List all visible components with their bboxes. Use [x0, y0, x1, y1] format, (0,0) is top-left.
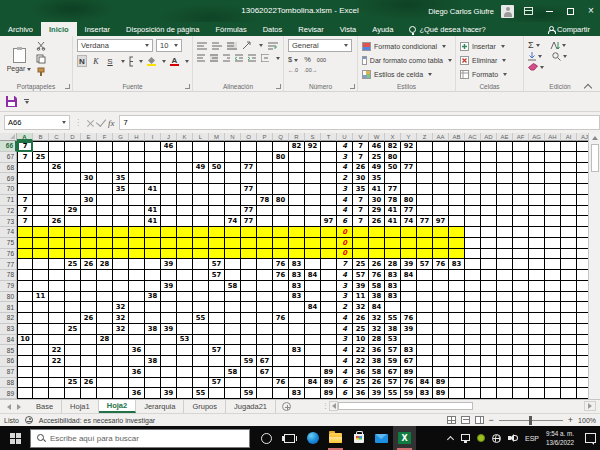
cell-D86[interactable] — [65, 356, 81, 367]
cell-Y85[interactable]: 83 — [401, 345, 417, 356]
autosum-button[interactable]: Σ — [528, 40, 540, 50]
cell-L81[interactable] — [193, 302, 209, 313]
cell-AB79[interactable] — [449, 281, 465, 292]
cell-P80[interactable] — [257, 292, 273, 303]
cell-I72[interactable]: 41 — [145, 206, 161, 217]
cell-N88[interactable] — [225, 378, 241, 389]
column-header-AF[interactable]: AF — [513, 133, 529, 141]
cell-C68[interactable]: 26 — [49, 163, 65, 174]
cell-B67[interactable]: 25 — [33, 152, 49, 163]
store-button[interactable] — [347, 426, 370, 450]
cell-K89[interactable] — [177, 388, 193, 399]
cell-AB84[interactable] — [449, 335, 465, 346]
cell-P86[interactable]: 67 — [257, 356, 273, 367]
cell-S76[interactable] — [305, 249, 321, 260]
cell-B73[interactable] — [33, 216, 49, 227]
column-header-AH[interactable]: AH — [545, 133, 561, 141]
cell-R81[interactable] — [289, 302, 305, 313]
cell-F66[interactable] — [97, 141, 113, 152]
cell-AD82[interactable] — [481, 313, 497, 324]
cell-I82[interactable] — [145, 313, 161, 324]
cell-T82[interactable] — [321, 313, 337, 324]
cell-T74[interactable] — [321, 227, 337, 238]
cell-Y74[interactable] — [401, 227, 417, 238]
cell-J88[interactable] — [161, 378, 177, 389]
cell-G85[interactable] — [113, 345, 129, 356]
cell-AE85[interactable] — [497, 345, 513, 356]
cell-J70[interactable] — [161, 184, 177, 195]
zoom-slider[interactable] — [499, 420, 563, 421]
cell-E78[interactable] — [81, 270, 97, 281]
cell-G74[interactable] — [113, 227, 129, 238]
cell-J80[interactable] — [161, 292, 177, 303]
cell-Q70[interactable] — [273, 184, 289, 195]
cell-T87[interactable]: 89 — [321, 367, 337, 378]
cell-A83[interactable] — [17, 324, 33, 335]
cell-P82[interactable] — [257, 313, 273, 324]
cell-AA86[interactable] — [433, 356, 449, 367]
cell-U80[interactable]: 3 — [337, 292, 353, 303]
close-button[interactable]: × — [584, 3, 598, 19]
cell-AE88[interactable] — [497, 378, 513, 389]
select-all-corner[interactable] — [0, 133, 17, 141]
cell-P88[interactable] — [257, 378, 273, 389]
cell-AF72[interactable] — [513, 206, 529, 217]
cell-V69[interactable]: 30 — [353, 173, 369, 184]
cell-W67[interactable]: 25 — [369, 152, 385, 163]
cell-AF83[interactable] — [513, 324, 529, 335]
increase-decimal-icon[interactable]: ←.0 — [288, 67, 298, 73]
cell-B84[interactable] — [33, 335, 49, 346]
cell-L82[interactable]: 55 — [193, 313, 209, 324]
cell-W84[interactable]: 28 — [369, 335, 385, 346]
cell-C76[interactable] — [49, 249, 65, 260]
decrease-decimal-icon[interactable]: .00→ — [304, 67, 317, 73]
cell-Y79[interactable] — [401, 281, 417, 292]
cell-H76[interactable] — [129, 249, 145, 260]
cell-AC70[interactable] — [465, 184, 481, 195]
cell-S67[interactable] — [305, 152, 321, 163]
orientation-icon[interactable] — [242, 41, 252, 50]
cell-Y78[interactable]: 84 — [401, 270, 417, 281]
cell-V82[interactable]: 26 — [353, 313, 369, 324]
cell-U81[interactable]: 2 — [337, 302, 353, 313]
cell-G68[interactable] — [113, 163, 129, 174]
formula-input[interactable]: 7 — [119, 115, 600, 130]
cell-AF85[interactable] — [513, 345, 529, 356]
normal-view-button[interactable] — [447, 416, 456, 424]
cell-A79[interactable] — [17, 281, 33, 292]
cell-AG66[interactable] — [529, 141, 545, 152]
format-painter-icon[interactable] — [36, 67, 46, 77]
cell-AH86[interactable] — [545, 356, 561, 367]
cell-V85[interactable]: 22 — [353, 345, 369, 356]
cell-AG76[interactable] — [529, 249, 545, 260]
cell-G76[interactable] — [113, 249, 129, 260]
cell-AA82[interactable] — [433, 313, 449, 324]
cell-AB68[interactable] — [449, 163, 465, 174]
insert-function-button[interactable]: fx — [108, 118, 115, 128]
cell-R85[interactable]: 83 — [289, 345, 305, 356]
cell-P72[interactable] — [257, 206, 273, 217]
cell-D79[interactable] — [65, 281, 81, 292]
cell-B87[interactable] — [33, 367, 49, 378]
cell-W87[interactable]: 58 — [369, 367, 385, 378]
cell-AB70[interactable] — [449, 184, 465, 195]
cell-AH82[interactable] — [545, 313, 561, 324]
row-header-84[interactable]: 84 — [0, 335, 17, 346]
cell-AC66[interactable] — [465, 141, 481, 152]
cell-U85[interactable]: 4 — [337, 345, 353, 356]
cell-AE79[interactable] — [497, 281, 513, 292]
cell-N76[interactable] — [225, 249, 241, 260]
cell-AG89[interactable] — [529, 388, 545, 399]
cell-AE70[interactable] — [497, 184, 513, 195]
cell-R84[interactable] — [289, 335, 305, 346]
cell-AI76[interactable] — [561, 249, 577, 260]
new-sheet-button[interactable] — [276, 400, 297, 413]
cell-Q85[interactable] — [273, 345, 289, 356]
cell-L80[interactable] — [193, 292, 209, 303]
cell-AG67[interactable] — [529, 152, 545, 163]
cell-S85[interactable] — [305, 345, 321, 356]
cell-V78[interactable]: 57 — [353, 270, 369, 281]
cell-N81[interactable] — [225, 302, 241, 313]
cell-L68[interactable]: 49 — [193, 163, 209, 174]
row-header-89[interactable]: 89 — [0, 388, 17, 399]
